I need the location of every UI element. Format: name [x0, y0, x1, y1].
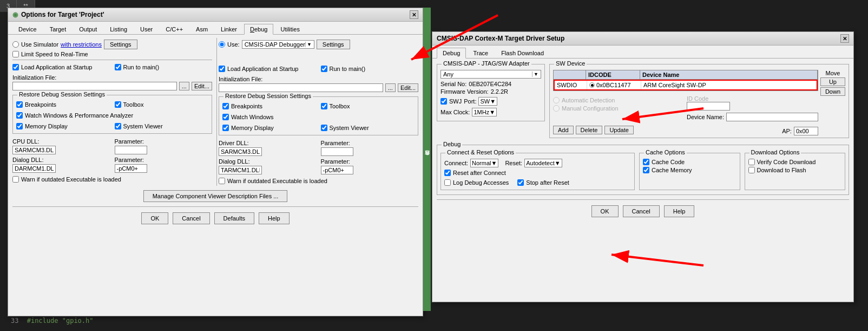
cpu-dll-param-input-left[interactable]: [115, 146, 147, 154]
tab-target[interactable]: Target: [44, 24, 73, 34]
watch-check-left[interactable]: [16, 112, 23, 119]
reset-value: Autodetect: [526, 160, 555, 166]
use-simulator-radio[interactable]: [12, 41, 19, 48]
cmsis-ok-button[interactable]: OK: [591, 205, 619, 217]
connect-combo[interactable]: Normal ▼: [470, 159, 498, 167]
tab-output[interactable]: Output: [73, 24, 103, 34]
auto-detection-radio[interactable]: [553, 97, 560, 103]
run-to-main-check-right[interactable]: [321, 66, 327, 72]
dialog-dll-param-input-right[interactable]: [321, 166, 353, 174]
cache-code-label: Cache Code: [652, 159, 685, 165]
manual-config-row: Manual Configuration: [553, 105, 685, 112]
toolbox-check-left[interactable]: [115, 101, 121, 108]
cmsis-help-button[interactable]: Help: [664, 205, 695, 217]
breakpoints-check-right[interactable]: [222, 103, 229, 109]
warn-outdated-check-right[interactable]: [219, 178, 225, 184]
load-app-check-right[interactable]: [219, 66, 225, 72]
load-app-check-left[interactable]: [12, 64, 19, 70]
move-down-button[interactable]: Down: [820, 87, 845, 96]
debugger-combo[interactable]: CMSIS-DAP Debugger ▼: [242, 40, 314, 49]
init-file-right-input[interactable]: [219, 83, 383, 92]
tab-linker[interactable]: Linker: [215, 24, 243, 34]
sw-device-content: IDCODE Device Name SWDIO: [553, 70, 845, 135]
use-debugger-radio[interactable]: [219, 41, 225, 48]
tab-user[interactable]: User: [134, 24, 159, 34]
memory-check-left[interactable]: [16, 123, 23, 129]
watch-label-left: Watch Windows & Performance Analyzer: [25, 112, 133, 119]
clock-arrow: ▼: [489, 109, 495, 115]
left-settings-button[interactable]: Settings: [104, 40, 137, 49]
tab-cpp[interactable]: C/C++: [160, 24, 189, 34]
manual-config-radio[interactable]: [553, 105, 560, 112]
warn-outdated-left: Warn if outdated Executable is loaded: [12, 176, 212, 183]
browse-right-button[interactable]: ...: [385, 83, 396, 92]
edit-left-button[interactable]: Edit...: [192, 82, 212, 90]
options-ok-button[interactable]: OK: [141, 212, 168, 224]
right-settings-button[interactable]: Settings: [317, 40, 350, 49]
tab-listing[interactable]: Listing: [104, 24, 133, 34]
any-combo[interactable]: Any ▼: [440, 70, 541, 79]
options-help-button[interactable]: Help: [259, 212, 290, 224]
driver-dll-param-input-right[interactable]: [321, 147, 353, 156]
dialog-dll-input-right[interactable]: [219, 166, 262, 174]
add-button[interactable]: Add: [553, 126, 574, 134]
tab-asm[interactable]: Asm: [190, 24, 214, 34]
sw-table: IDCODE Device Name SWDIO: [553, 70, 818, 91]
browse-left-button[interactable]: ...: [179, 82, 189, 90]
delete-button[interactable]: Delete: [576, 126, 603, 134]
cpu-dll-input-left[interactable]: [12, 146, 56, 154]
driver-dll-input-right[interactable]: [219, 147, 262, 156]
toolbox-right: Toolbox: [321, 103, 415, 109]
cmsis-cancel-button[interactable]: Cancel: [623, 205, 660, 217]
device-name-label: Device Name:: [687, 114, 724, 120]
move-up-button[interactable]: Up: [820, 77, 845, 86]
tab-device[interactable]: Device: [12, 24, 43, 34]
cmsis-btn-row: OK Cancel Help: [437, 203, 849, 219]
update-button[interactable]: Update: [604, 126, 633, 134]
download-to-flash-check[interactable]: [748, 167, 755, 173]
cmsis-close-button[interactable]: ✕: [840, 34, 849, 43]
toolbox-check-right[interactable]: [321, 103, 327, 109]
dialog-dll-param-input-left[interactable]: [115, 164, 147, 173]
toolbox-label-right: Toolbox: [330, 103, 350, 109]
cmsis-tab-trace[interactable]: Trace: [467, 48, 494, 58]
code-line: 33 #include "gpio.h": [11, 317, 94, 324]
reset-after-connect-check[interactable]: [444, 170, 451, 176]
with-restrictions-link[interactable]: with restrictions: [61, 41, 102, 48]
manage-component-button[interactable]: Manage Component Viewer Description File…: [143, 190, 288, 202]
cmsis-tab-debug[interactable]: Debug: [437, 48, 466, 59]
breakpoints-check-left[interactable]: [16, 101, 23, 108]
swj-check[interactable]: [440, 98, 447, 105]
ap-input[interactable]: [794, 127, 818, 135]
dialog-dll-input-left[interactable]: [12, 164, 56, 173]
options-close-button[interactable]: ✕: [410, 10, 418, 19]
tab-utilities[interactable]: Utilities: [274, 24, 305, 34]
cache-code-check[interactable]: [643, 159, 649, 165]
sw-table-row[interactable]: SWDIO 0x0BC11477 ARM CoreSight SW-D: [554, 80, 818, 90]
options-cancel-button[interactable]: Cancel: [173, 212, 209, 224]
system-viewer-check-left[interactable]: [115, 123, 121, 129]
dialog-dll-param-label-right: Parameter:: [321, 158, 419, 165]
cache-options-content: Cache Code Cache Memory: [643, 159, 737, 173]
init-file-left-input[interactable]: [12, 82, 177, 90]
watch-check-right[interactable]: [222, 114, 229, 120]
port-combo[interactable]: SW ▼: [478, 97, 497, 106]
log-debug-check[interactable]: [444, 179, 451, 186]
reset-arrow: ▼: [555, 160, 561, 166]
clock-combo[interactable]: 1MHz ▼: [472, 108, 497, 116]
stop-after-reset-check[interactable]: [517, 179, 524, 186]
options-defaults-button[interactable]: Defaults: [214, 212, 254, 224]
cmsis-tab-flash[interactable]: Flash Download: [495, 48, 550, 58]
verify-code-check[interactable]: [748, 159, 755, 165]
code-text: #include "gpio.h": [27, 317, 94, 324]
system-viewer-check-right[interactable]: [321, 125, 327, 131]
limit-speed-check[interactable]: [12, 51, 19, 57]
idcode-value: 0x0BC11477: [596, 82, 631, 88]
warn-outdated-check-left[interactable]: [12, 176, 19, 183]
memory-check-right[interactable]: [222, 125, 229, 131]
edit-right-button[interactable]: Edit...: [398, 83, 418, 92]
tab-debug[interactable]: Debug: [244, 24, 273, 35]
run-to-main-check-left[interactable]: [115, 64, 121, 70]
reset-combo[interactable]: Autodetect ▼: [524, 159, 562, 167]
cache-memory-check[interactable]: [643, 167, 649, 173]
